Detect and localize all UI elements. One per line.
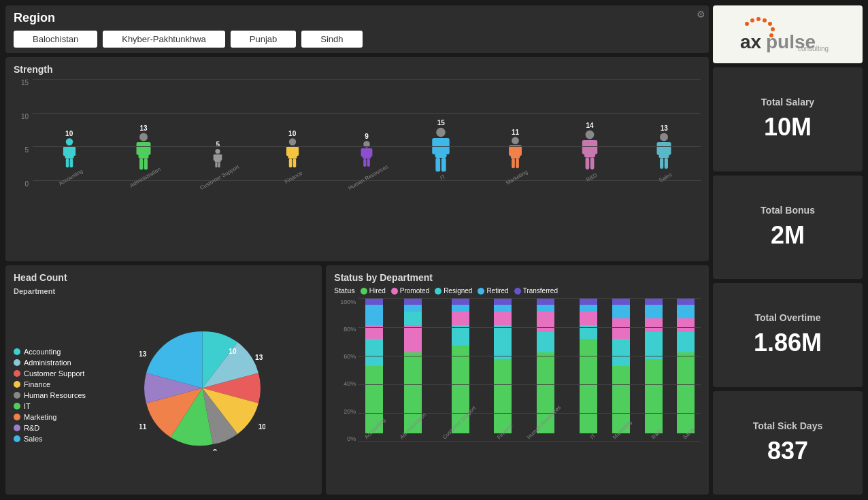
y-100: 100%: [334, 299, 356, 305]
legend-resigned: Resigned: [435, 287, 472, 295]
bonus-value: 2M: [771, 221, 805, 250]
dept-hr: 9 Human Resources: [330, 79, 403, 181]
dept-rnd: 14 R&D: [553, 79, 626, 181]
legend-it: IT: [14, 402, 86, 410]
legend-administration: Administration: [14, 359, 86, 367]
legend-hr: Human Resources: [14, 391, 86, 399]
status-legend-label: Status: [334, 287, 355, 295]
status-panel: Status by Department Status Hired Promot…: [326, 265, 709, 495]
dept-finance: 10 Finance: [256, 79, 329, 181]
overtime-title: Total Overtime: [755, 312, 821, 323]
legend-marketing: Marketing: [14, 413, 86, 421]
pie-label-accounting: 10: [229, 348, 237, 355]
region-btn-punjab[interactable]: Punjab: [231, 31, 296, 48]
region-btn-balochistan[interactable]: Balochistan: [14, 31, 97, 48]
legend-customer-support-label: Customer Support: [24, 369, 84, 378]
legend-accounting-label: Accounting: [24, 348, 61, 356]
svg-point-6: [139, 133, 148, 141]
bar-rnd: R&D: [639, 298, 669, 442]
it-figure: [429, 127, 452, 173]
administration-figure: [133, 132, 154, 173]
retired-label: Retired: [486, 287, 508, 295]
headcount-legend: Accounting Administration Customer Suppo…: [14, 298, 86, 478]
legend-administration-label: Administration: [24, 359, 71, 367]
overtime-value: 1.86M: [754, 329, 822, 357]
sick-days-title: Total Sick Days: [753, 420, 822, 431]
rnd-label: R&D: [585, 172, 598, 183]
finance-count: 10: [288, 130, 296, 137]
bar-administration: Administration: [393, 298, 433, 442]
region-btn-sindh[interactable]: Sindh: [301, 31, 362, 48]
y-label-10: 10: [14, 113, 29, 120]
it-dot: [14, 403, 20, 410]
svg-rect-44: [582, 140, 586, 154]
sales-count: 13: [661, 124, 668, 132]
svg-rect-29: [367, 159, 370, 167]
svg-rect-27: [369, 148, 373, 157]
svg-rect-2: [63, 146, 67, 156]
finance-dot: [14, 381, 20, 388]
sick-days-value: 837: [767, 437, 808, 465]
kpi-bonus-card: Total Bonus 2M: [713, 176, 863, 280]
pie-label-hr: 9: [213, 448, 217, 451]
y-60: 60%: [334, 353, 356, 360]
svg-rect-40: [512, 159, 515, 168]
status-legend: Status Hired Promoted Resigned: [334, 287, 701, 295]
salary-value: 10M: [764, 113, 812, 141]
svg-point-18: [288, 138, 295, 145]
bar-accounting: Accounting: [358, 298, 390, 442]
svg-rect-47: [590, 158, 595, 170]
svg-rect-34: [436, 158, 441, 171]
hired-label: Hired: [369, 287, 386, 295]
dept-sales: 13 Sales: [628, 79, 701, 181]
svg-rect-26: [361, 148, 365, 157]
rnd-count: 14: [586, 122, 593, 129]
pie-label-marketing: 11: [139, 423, 147, 431]
svg-point-24: [363, 141, 370, 148]
svg-rect-38: [509, 146, 512, 156]
finance-figure: [284, 137, 301, 173]
svg-point-12: [216, 149, 220, 154]
svg-point-58: [768, 22, 772, 26]
headcount-panel: Head Count Department Accounting Adminis…: [5, 265, 322, 495]
svg-rect-41: [516, 159, 519, 168]
svg-rect-45: [593, 140, 597, 154]
svg-rect-39: [518, 146, 522, 156]
customer-support-count: 5: [216, 141, 220, 148]
bar-finance: Finance: [488, 298, 518, 442]
sales-dot: [14, 435, 20, 442]
pie-label-administration: 13: [255, 354, 263, 361]
region-btn-kpk[interactable]: Khyber-Pakhtunkhwa: [103, 31, 225, 48]
administration-dot: [14, 359, 20, 366]
customer-support-figure: [212, 148, 224, 173]
status-bars: Accounting Administration: [358, 298, 701, 442]
salary-title: Total Salary: [761, 97, 814, 107]
transferred-dot: [514, 288, 521, 295]
axpulse-logo: ax pulse consulting: [733, 16, 842, 53]
headcount-title: Head Count: [14, 272, 314, 283]
svg-rect-21: [295, 146, 299, 156]
svg-rect-28: [363, 159, 366, 167]
svg-rect-20: [286, 146, 290, 156]
logo-card: ax pulse consulting: [713, 5, 863, 63]
svg-point-56: [756, 17, 761, 21]
svg-rect-10: [139, 159, 143, 170]
legend-it-label: IT: [24, 402, 31, 410]
legend-sales-label: Sales: [24, 435, 43, 443]
hired-dot: [361, 288, 367, 295]
logo-svg: ax pulse consulting: [733, 16, 842, 53]
svg-point-55: [750, 18, 754, 22]
pie-label-sales: 13: [139, 350, 147, 358]
pie-label-finance: 10: [258, 423, 265, 431]
rnd-figure: [579, 129, 601, 173]
svg-rect-8: [136, 142, 140, 155]
strength-panel: Strength 0 5 10 15: [5, 57, 709, 261]
svg-rect-16: [216, 162, 218, 167]
svg-rect-53: [665, 158, 668, 169]
y-40: 40%: [334, 380, 356, 387]
dept-customer-support: 5 Customer Support: [182, 79, 254, 181]
settings-icon[interactable]: ⚙: [697, 9, 705, 20]
bar-it-label: IT: [589, 433, 597, 440]
dept-it: 15 IT: [405, 79, 478, 181]
strength-y-axis: 0 5 10 15: [14, 79, 29, 188]
